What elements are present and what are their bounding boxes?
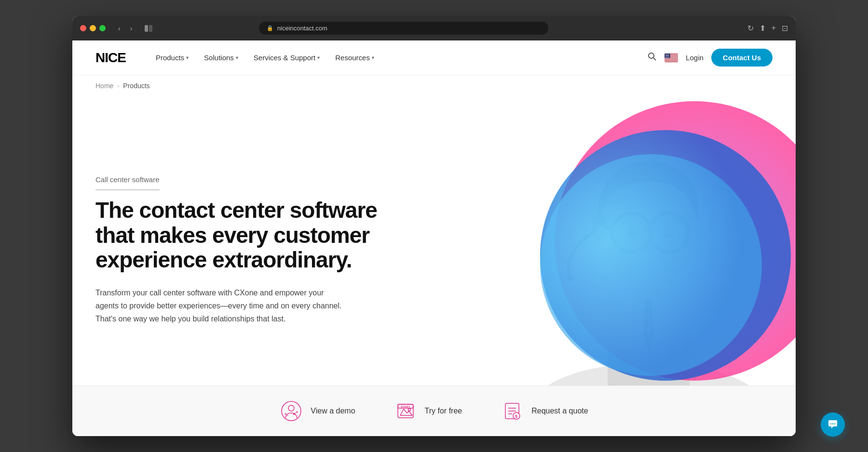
search-icon[interactable] — [647, 52, 657, 64]
cta-label-quote: Request a quote — [531, 407, 588, 415]
svg-point-51 — [830, 423, 831, 424]
nav-label-solutions: Solutions — [204, 53, 234, 62]
website: NICE Products ▾ Solutions ▾ Services & S… — [72, 40, 796, 436]
nav-label-services: Services & Support — [254, 53, 315, 62]
nav-label-resources: Resources — [335, 53, 370, 62]
nav-item-resources[interactable]: Resources ▾ — [328, 50, 381, 66]
lock-icon: 🔒 — [267, 25, 273, 31]
svg-point-40 — [285, 413, 286, 415]
svg-text:START: START — [401, 405, 410, 408]
hero-visual — [492, 96, 796, 386]
browser-dots — [80, 25, 106, 31]
cta-label-demo: View a demo — [311, 407, 355, 415]
fullscreen-icon[interactable]: ⊡ — [782, 24, 788, 33]
login-link[interactable]: Login — [686, 53, 704, 62]
svg-text:★★★: ★★★ — [665, 56, 669, 58]
cta-item-quote[interactable]: $ Request a quote — [501, 399, 588, 423]
chevron-down-icon: ▾ — [317, 55, 320, 60]
address-bar[interactable]: 🔒 niceincontact.com — [259, 22, 548, 35]
svg-point-52 — [832, 423, 833, 424]
breadcrumb: Home › Products — [72, 75, 796, 96]
svg-line-3 — [653, 58, 656, 60]
nav-item-products[interactable]: Products ▾ — [149, 50, 195, 66]
breadcrumb-home[interactable]: Home — [95, 82, 113, 90]
hero-circles — [492, 96, 796, 386]
svg-point-44 — [408, 409, 410, 411]
new-tab-icon[interactable]: + — [772, 24, 776, 33]
share-icon[interactable]: ⬆ — [760, 24, 766, 33]
back-button[interactable]: ‹ — [115, 24, 123, 33]
try-icon: START — [394, 399, 417, 423]
demo-icon — [280, 399, 303, 423]
svg-point-17 — [540, 154, 762, 376]
browser-chrome: ‹ › 🔒 niceincontact.com ↻ ⬆ + ⊡ — [72, 16, 796, 40]
sidebar-toggle[interactable] — [141, 25, 156, 32]
chevron-down-icon: ▾ — [372, 55, 374, 60]
chat-button[interactable] — [821, 412, 845, 437]
hero-title: The contact center software that makes e… — [95, 198, 377, 273]
svg-point-53 — [834, 423, 835, 424]
refresh-icon[interactable]: ↻ — [747, 24, 754, 33]
cta-item-try[interactable]: START Try for free — [394, 399, 462, 423]
cta-item-demo[interactable]: View a demo — [280, 399, 355, 423]
breadcrumb-separator: › — [117, 82, 119, 89]
browser-controls: ‹ › — [115, 24, 135, 33]
contact-us-button[interactable]: Contact Us — [711, 49, 773, 66]
svg-point-2 — [649, 53, 654, 58]
svg-rect-8 — [665, 58, 678, 58]
hero-content: Call center software The contact center … — [72, 146, 400, 354]
quote-icon: $ — [501, 399, 524, 423]
breadcrumb-current: Products — [123, 82, 149, 90]
nav-label-products: Products — [156, 53, 184, 62]
nav-item-solutions[interactable]: Solutions ▾ — [197, 50, 245, 66]
chevron-down-icon: ▾ — [236, 55, 238, 60]
chat-icon — [827, 419, 838, 430]
hero-description: Transform your call center software with… — [95, 286, 346, 326]
browser-window: ‹ › 🔒 niceincontact.com ↻ ⬆ + ⊡ NICE — [72, 16, 796, 436]
svg-text:$: $ — [515, 414, 517, 419]
nav-item-services[interactable]: Services & Support ▾ — [247, 50, 326, 66]
maximize-dot[interactable] — [99, 25, 106, 31]
minimize-dot[interactable] — [90, 25, 96, 31]
logo[interactable]: NICE — [95, 50, 126, 66]
svg-rect-0 — [145, 25, 148, 32]
svg-rect-9 — [665, 59, 678, 60]
browser-toolbar-right: ↻ ⬆ + ⊡ — [747, 24, 788, 33]
hero-eyebrow: Call center software — [95, 175, 160, 190]
cta-bar: View a demo START Try for free — [72, 386, 796, 436]
svg-rect-1 — [149, 25, 152, 32]
language-flag[interactable]: ★★★ ★★ ★★★ — [665, 53, 678, 62]
svg-rect-10 — [665, 61, 678, 61]
cta-label-try: Try for free — [425, 407, 462, 415]
svg-point-37 — [288, 405, 294, 411]
chevron-down-icon: ▾ — [186, 55, 189, 60]
forward-button[interactable]: › — [127, 24, 136, 33]
url-text: niceincontact.com — [277, 25, 327, 32]
nav-actions: ★★★ ★★ ★★★ Login Contact Us — [647, 49, 773, 66]
navbar: NICE Products ▾ Solutions ▾ Services & S… — [72, 40, 796, 75]
close-dot[interactable] — [80, 25, 86, 31]
hero-section: Call center software The contact center … — [72, 96, 796, 386]
nav-links: Products ▾ Solutions ▾ Services & Suppor… — [149, 50, 632, 66]
